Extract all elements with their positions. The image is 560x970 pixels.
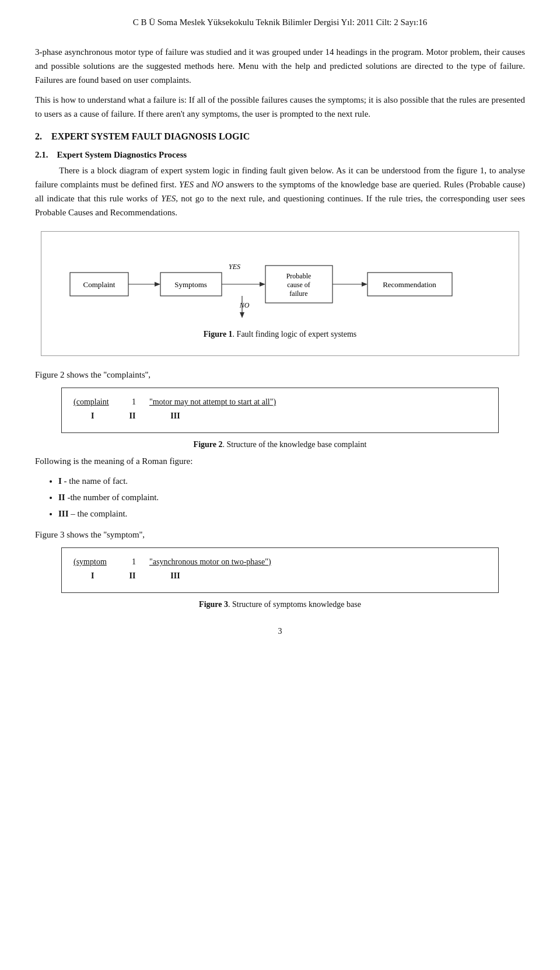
figure-1-caption: Figure 1. Fault finding logic of expert …: [53, 330, 507, 339]
kt3-roman-row: I II III: [74, 571, 487, 581]
header-text: C B Ü Soma Meslek Yüksekokulu Teknik Bil…: [133, 18, 428, 27]
section-21-heading: 2.1. Expert System Diagnostics Process: [35, 150, 525, 160]
bullet-item-1: I - the name of fact.: [58, 474, 525, 488]
svg-marker-8: [260, 282, 265, 287]
figure-3-table: (symptom 1 "asynchronous motor on two-ph…: [61, 547, 499, 593]
flow-diagram-svg: Complaint Symptoms YES NO Probable cause…: [64, 249, 496, 325]
figure-1-diagram: Complaint Symptoms YES NO Probable cause…: [41, 231, 519, 356]
svg-marker-11: [240, 312, 244, 318]
kt-row-1: (complaint 1 "motor may not attempt to s…: [74, 397, 487, 407]
following-text: Following is the meaning of a Roman figu…: [35, 454, 525, 468]
bullet-item-2: II -the number of complaint.: [58, 490, 525, 504]
kt-roman-row: I II III: [74, 411, 487, 421]
figure-2-table: (complaint 1 "motor may not attempt to s…: [61, 388, 499, 433]
figure-3-caption: Figure 3. Structure of symptoms knowledg…: [35, 600, 525, 609]
section-2-heading: 2. EXPERT SYSTEM FAULT DIAGNOSIS LOGIC: [35, 131, 525, 142]
svg-text:Complaint: Complaint: [83, 280, 116, 289]
figure-3-intro: Figure 3 shows the ''symptom'',: [35, 528, 525, 542]
svg-text:Probable: Probable: [286, 272, 312, 280]
svg-text:Recommendation: Recommendation: [383, 280, 436, 289]
bullet-item-3: III – the complaint.: [58, 507, 525, 521]
kt3-row-1: (symptom 1 "asynchronous motor on two-ph…: [74, 557, 487, 567]
page-number: 3: [35, 627, 525, 636]
figure-2-intro: Figure 2 shows the ''complaints'',: [35, 368, 525, 382]
paragraph-3: There is a block diagram of expert syste…: [35, 163, 525, 219]
svg-text:Symptoms: Symptoms: [174, 280, 207, 289]
paragraph-1: 3-phase asynchronous motor type of failu…: [35, 45, 525, 87]
paragraph-2: This is how to understand what a failure…: [35, 93, 525, 121]
roman-bullet-list: I - the name of fact. II -the number of …: [58, 474, 525, 521]
page: C B Ü Soma Meslek Yüksekokulu Teknik Bil…: [0, 0, 560, 970]
svg-marker-3: [155, 282, 160, 287]
svg-marker-17: [362, 282, 368, 287]
page-header: C B Ü Soma Meslek Yüksekokulu Teknik Bil…: [35, 18, 525, 27]
svg-text:YES: YES: [229, 263, 240, 271]
svg-text:cause of: cause of: [287, 281, 310, 289]
svg-text:failure: failure: [289, 289, 307, 298]
figure-2-caption: Figure 2. Structure of the knowledge bas…: [35, 440, 525, 449]
svg-text:NO: NO: [239, 301, 250, 309]
